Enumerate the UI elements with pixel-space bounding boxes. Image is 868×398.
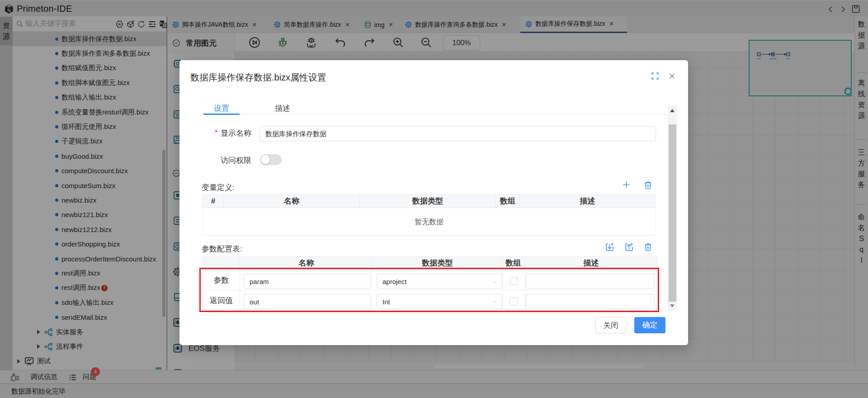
vars-section-label: 变量定义: bbox=[202, 182, 235, 193]
params-section-label: 参数配置表: bbox=[202, 244, 242, 254]
ok-button[interactable]: 确定 bbox=[634, 317, 665, 333]
fullscreen-icon[interactable] bbox=[651, 72, 659, 80]
toggle-knob bbox=[261, 155, 270, 164]
dialog-tab-description[interactable]: 描述 bbox=[264, 103, 301, 114]
close-button[interactable]: 关闭 bbox=[595, 317, 626, 333]
display-name-input[interactable]: 数据库操作保存数据 bbox=[259, 126, 656, 141]
dialog-tab-settings[interactable]: 设置 bbox=[203, 103, 240, 114]
delete-params-icon[interactable] bbox=[644, 243, 652, 251]
import-params-icon[interactable] bbox=[605, 242, 614, 252]
scroll-down-icon[interactable] bbox=[670, 304, 675, 308]
add-variable-icon[interactable] bbox=[622, 180, 631, 189]
table-header: # 名称 数据类型 数组 描述 bbox=[203, 194, 656, 208]
required-mark: * bbox=[215, 128, 218, 137]
dialog-title: 数据库操作保存数据.bizx属性设置 bbox=[190, 71, 326, 84]
variables-table: # 名称 数据类型 数组 描述 暂无数据 bbox=[203, 194, 656, 236]
annotation-highlight-rect bbox=[199, 268, 659, 312]
scrollbar-thumb[interactable] bbox=[669, 124, 676, 302]
empty-table-placeholder: 暂无数据 bbox=[203, 208, 656, 236]
display-name-label: 显示名称 bbox=[221, 128, 251, 138]
close-dialog-icon[interactable] bbox=[669, 73, 675, 80]
tabs-divider bbox=[203, 114, 678, 115]
dialog-scrollbar[interactable] bbox=[668, 106, 677, 311]
scroll-up-icon[interactable] bbox=[670, 109, 675, 112]
access-label: 访问权限 bbox=[221, 155, 251, 166]
active-tab-underline bbox=[203, 114, 240, 115]
export-params-icon[interactable] bbox=[624, 242, 634, 252]
delete-variable-icon[interactable] bbox=[644, 181, 652, 190]
access-toggle-switch[interactable] bbox=[260, 154, 282, 165]
